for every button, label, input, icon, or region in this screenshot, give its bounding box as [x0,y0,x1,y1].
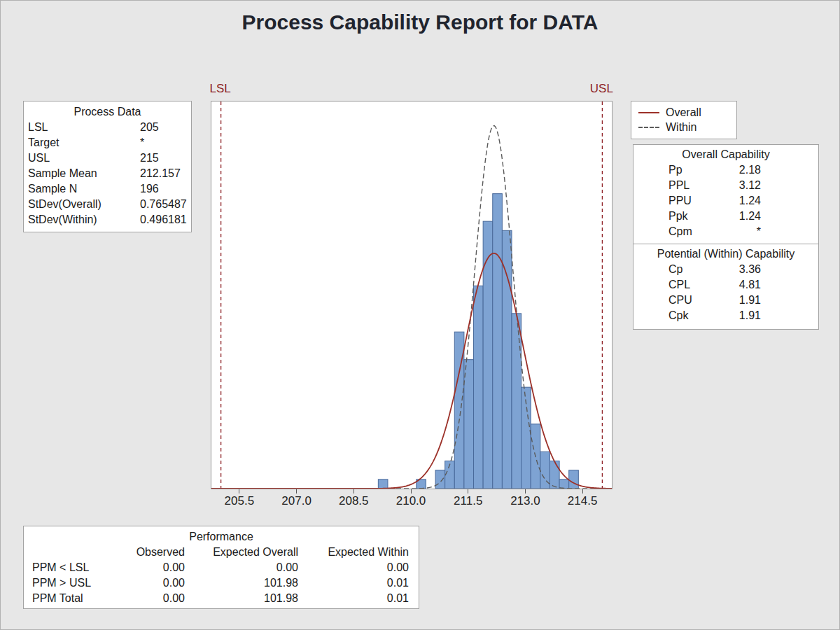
within-capability-title: Potential (Within) Capability [634,246,818,262]
column-header: Observed [115,545,185,560]
capability-row: Cpm * [634,224,818,239]
process-data-row: StDev(Within) 0.496181 [28,212,187,227]
x-tick-label: 211.5 [454,494,482,508]
within-line-icon [638,127,659,128]
capability-row: PPL 3.12 [634,178,818,193]
stat-label: CPU [668,293,712,308]
row-label: PPM < LSL [32,560,115,575]
process-data-row: StDev(Overall) 0.765487 [28,197,187,212]
stat-value: 4.81 [712,277,761,293]
row-label: PPM Total [32,591,115,606]
x-axis: 205.5207.0208.5210.0211.5213.0214.5 [211,489,612,513]
performance-table: Observed Expected Overall Expected Withi… [32,545,410,606]
x-tick-label: 205.5 [225,494,255,508]
x-tick-mark [525,489,526,493]
legend-item-within: Within [638,120,729,134]
histogram-bar [569,470,579,489]
stat-value: * [140,135,187,150]
curve-overall [211,253,612,489]
x-tick-mark [239,489,239,493]
legend-label: Within [666,120,696,135]
capability-row: Ppk 1.24 [634,209,818,224]
process-data-title: Process Data [28,104,187,120]
stat-value: 0.765487 [140,197,187,212]
within-capability-panel: Potential (Within) Capability Cp 3.36 CP… [633,244,819,330]
page-title: Process Capability Report for DATA [1,10,839,34]
empty-header-cell [32,545,115,560]
column-header: Expected Overall [185,545,298,560]
process-data-row: Sample N 196 [28,181,187,197]
stat-value: 1.91 [712,293,761,308]
table-cell: 0.00 [115,591,185,606]
histogram-bar [559,479,569,489]
stat-label: CPL [668,277,712,293]
process-data-row: Target * [28,135,187,150]
x-tick-mark [582,489,583,493]
table-cell: 0.00 [298,560,409,575]
table-cell: 0.00 [115,575,185,591]
legend-item-overall: Overall [638,105,729,120]
capability-row: Pp 2.18 [634,162,818,178]
histogram-bar [435,470,445,489]
process-data-row: USL 215 [28,150,187,166]
stat-value: 2.18 [712,162,761,178]
stat-value: 3.36 [712,262,761,277]
x-tick-mark [296,489,297,493]
stat-value: 1.24 [712,209,761,224]
capability-row: PPU 1.24 [634,193,818,209]
capability-row: Cpk 1.91 [634,308,818,323]
stat-label: Sample Mean [28,166,140,181]
capability-report-window: Process Capability Report for DATA Proce… [0,0,840,630]
capability-row: Cp 3.36 [634,262,818,277]
usl-label: USL [590,82,613,96]
stat-label: Cp [668,262,712,277]
stat-label: Ppk [668,209,712,224]
overall-line-icon [638,112,659,113]
table-cell: 101.98 [185,591,298,606]
histogram-bar [464,360,474,489]
stat-value: 0.496181 [140,212,187,227]
performance-panel: Performance Observed Expected Overall Ex… [23,526,419,609]
stat-value: 1.24 [712,193,761,209]
histogram-bar [512,314,522,489]
stat-label: Cpk [668,308,712,323]
histogram-bar [378,479,388,489]
x-tick-mark [411,489,412,493]
x-tick-label: 208.5 [339,494,369,508]
stat-value: 215 [140,150,187,166]
x-tick-mark [468,489,468,493]
overall-capability-panel: Overall Capability Pp 2.18 PPL 3.12 PPU … [633,144,819,244]
x-tick-mark [354,489,354,493]
stat-value: * [712,224,761,239]
stat-label: PPL [668,178,712,193]
table-cell: 0.00 [185,560,298,575]
table-cell: 0.01 [298,591,409,606]
process-data-row: Sample Mean 212.157 [28,166,187,181]
capability-row: CPU 1.91 [634,293,818,308]
stat-label: StDev(Overall) [28,197,140,212]
legend-label: Overall [666,105,701,120]
x-tick-label: 213.0 [510,494,540,508]
x-tick-label: 214.5 [568,494,598,508]
stat-label: Cpm [668,224,712,239]
table-cell: 0.01 [298,575,409,591]
stat-value: 196 [140,181,187,197]
histogram-svg [211,102,612,489]
table-cell: 101.98 [185,575,298,591]
process-data-row: LSL 205 [28,120,187,135]
histogram-bar [474,286,484,489]
stat-label: StDev(Within) [28,212,140,227]
histogram-bar [502,230,512,489]
histogram-bar [483,221,493,489]
x-tick-label: 207.0 [281,494,312,508]
row-label: PPM > USL [32,575,115,591]
table-cell: 0.00 [115,560,185,575]
stat-label: PPU [668,193,712,209]
stat-label: Sample N [28,181,140,197]
stat-label: LSL [28,120,140,135]
overall-capability-title: Overall Capability [634,147,818,162]
curve-within [211,125,612,489]
histogram-bar [493,194,503,489]
legend: Overall Within [631,101,737,139]
stat-value: 205 [140,120,187,135]
